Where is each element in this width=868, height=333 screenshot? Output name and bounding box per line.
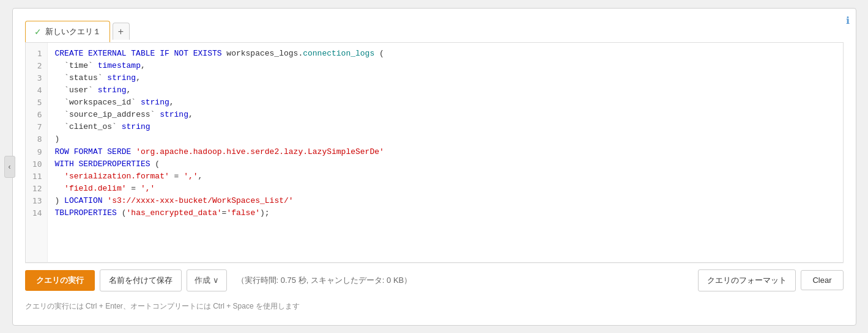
code-editor[interactable]: CREATE EXTERNAL TABLE IF NOT EXISTS work…: [48, 43, 843, 262]
editor-area: 12345 678910 11121314 CREATE EXTERNAL TA…: [25, 43, 844, 263]
collapse-icon: ‹: [9, 163, 11, 171]
create-label: 作成: [195, 275, 210, 286]
tabs-row: ✓ 新しいクエリ１ +: [25, 21, 844, 43]
main-container: ℹ ‹ ✓ 新しいクエリ１ + 12345 678910 11121314 CR…: [12, 8, 856, 326]
info-icon[interactable]: ℹ: [846, 15, 850, 26]
keyboard-hint: クエリの実行には Ctrl + Enter、オートコンプリートには Ctrl +…: [25, 298, 844, 318]
add-tab-button[interactable]: +: [113, 23, 130, 40]
create-button[interactable]: 作成 ∨: [187, 269, 227, 291]
tab-status-icon: ✓: [34, 27, 42, 37]
line-numbers: 12345 678910 11121314: [26, 43, 48, 262]
format-query-button[interactable]: クエリのフォーマット: [698, 269, 796, 291]
clear-button[interactable]: Clear: [801, 270, 843, 290]
create-arrow-icon: ∨: [213, 276, 219, 285]
tab-label: 新しいクエリ１: [45, 26, 101, 37]
run-query-button[interactable]: クエリの実行: [25, 270, 95, 291]
tab-new-query[interactable]: ✓ 新しいクエリ１: [25, 21, 110, 42]
save-query-button[interactable]: 名前を付けて保存: [100, 269, 182, 291]
execution-status: （実行時間: 0.75 秒, スキャンしたデータ: 0 KB）: [237, 275, 412, 286]
collapse-panel-button[interactable]: ‹: [4, 156, 15, 178]
toolbar: クエリの実行 名前を付けて保存 作成 ∨ （実行時間: 0.75 秒, スキャン…: [25, 263, 844, 298]
